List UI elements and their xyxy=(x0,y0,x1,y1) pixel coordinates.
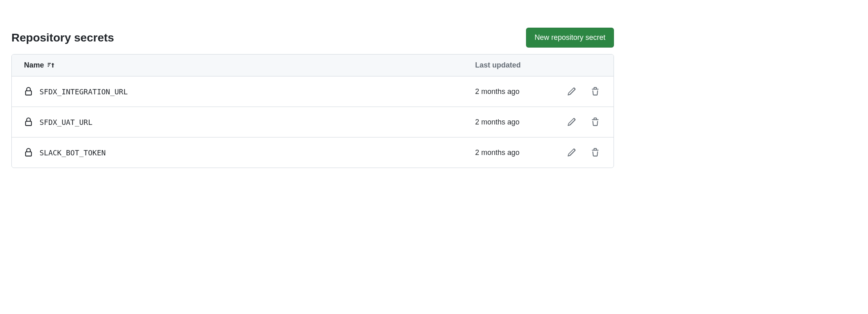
delete-button[interactable] xyxy=(589,85,601,98)
lock-icon xyxy=(24,87,33,96)
trash-icon xyxy=(591,148,600,157)
pencil-icon xyxy=(567,118,576,126)
secret-name: SFDX_UAT_URL xyxy=(39,118,92,126)
delete-button[interactable] xyxy=(589,146,601,159)
column-header-name[interactable]: Name xyxy=(24,61,475,70)
table-row: SLACK_BOT_TOKEN 2 months ago xyxy=(12,137,614,168)
table-header-row: Name Last updated xyxy=(12,55,614,76)
section-title: Repository secrets xyxy=(11,31,114,44)
edit-button[interactable] xyxy=(566,116,578,128)
sort-ascending-icon xyxy=(47,61,55,70)
edit-button[interactable] xyxy=(566,85,578,98)
delete-button[interactable] xyxy=(589,116,601,128)
pencil-icon xyxy=(567,148,576,157)
table-row: SFDX_UAT_URL 2 months ago xyxy=(12,107,614,137)
edit-button[interactable] xyxy=(566,146,578,159)
column-header-last-updated: Last updated xyxy=(475,61,548,70)
pencil-icon xyxy=(567,87,576,96)
secret-last-updated: 2 months ago xyxy=(475,87,548,96)
column-header-name-label: Name xyxy=(24,61,44,70)
secrets-table: Name Last updated SFDX_INTEGRA xyxy=(11,54,614,168)
secret-last-updated: 2 months ago xyxy=(475,148,548,157)
trash-icon xyxy=(591,118,600,126)
lock-icon xyxy=(24,148,33,157)
lock-icon xyxy=(24,118,33,126)
secret-name: SLACK_BOT_TOKEN xyxy=(39,148,106,157)
secret-name: SFDX_INTEGRATION_URL xyxy=(39,87,128,96)
new-repository-secret-button[interactable]: New repository secret xyxy=(526,28,614,48)
trash-icon xyxy=(591,87,600,96)
table-row: SFDX_INTEGRATION_URL 2 months ago xyxy=(12,76,614,107)
secret-last-updated: 2 months ago xyxy=(475,118,548,126)
